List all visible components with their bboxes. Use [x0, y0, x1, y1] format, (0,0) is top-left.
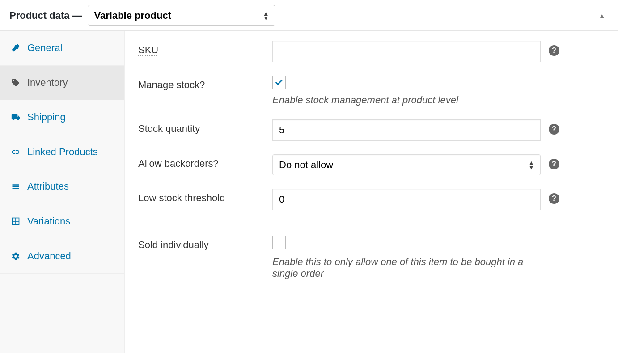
panel-header-left: Product data — Variable product ▲▼ — [9, 5, 289, 26]
tab-content: SKU ? Manage stock? Enable stock managem… — [125, 31, 618, 353]
field-sold-individually: Sold individually Enable this to only al… — [138, 236, 604, 279]
product-type-select[interactable]: Variable product — [88, 5, 275, 26]
product-type-select-wrap: Variable product ▲▼ — [88, 5, 275, 26]
manage-stock-label: Manage stock? — [138, 76, 272, 91]
field-stock-quantity: Stock quantity ? — [138, 119, 604, 141]
tab-variations[interactable]: Variations — [0, 204, 124, 239]
grid-icon — [10, 216, 21, 227]
tab-general[interactable]: General — [0, 31, 124, 66]
manage-stock-description: Enable stock management at product level — [272, 94, 541, 106]
collapse-icon[interactable]: ▲ — [599, 12, 609, 19]
low-stock-threshold-label: Low stock threshold — [138, 189, 272, 204]
gear-icon — [10, 251, 21, 262]
truck-icon — [10, 112, 21, 123]
field-manage-stock: Manage stock? Enable stock management at… — [138, 76, 604, 106]
sku-label: SKU — [138, 41, 272, 56]
help-icon[interactable]: ? — [549, 124, 559, 135]
panel-body: General Inventory Shipping Linked Produc… — [0, 31, 618, 353]
manage-stock-checkbox[interactable] — [272, 76, 286, 89]
sku-input[interactable] — [272, 41, 541, 62]
sold-individually-description: Enable this to only allow one of this it… — [272, 256, 541, 279]
help-icon[interactable]: ? — [549, 45, 559, 56]
tab-label: Variations — [27, 215, 70, 228]
allow-backorders-select[interactable]: Do not allow — [272, 154, 541, 175]
wrench-icon — [10, 42, 21, 53]
panel-header: Product data — Variable product ▲▼ ▲ — [0, 0, 618, 31]
panel-title: Product data — — [9, 10, 82, 21]
link-icon — [10, 147, 21, 157]
tab-linked-products[interactable]: Linked Products — [0, 135, 124, 170]
field-allow-backorders: Allow backorders? Do not allow ▲▼ ? — [138, 154, 604, 175]
allow-backorders-label: Allow backorders? — [138, 154, 272, 169]
tab-label: General — [27, 42, 62, 55]
tag-icon — [10, 77, 21, 88]
product-data-tabs: General Inventory Shipping Linked Produc… — [0, 31, 125, 353]
tab-advanced[interactable]: Advanced — [0, 239, 124, 274]
tab-label: Advanced — [27, 250, 71, 263]
low-stock-threshold-input[interactable] — [272, 189, 541, 210]
tab-label: Shipping — [27, 111, 66, 124]
inventory-fields: SKU ? Manage stock? Enable stock managem… — [125, 31, 618, 224]
tab-inventory[interactable]: Inventory — [0, 66, 124, 101]
help-icon[interactable]: ? — [549, 193, 559, 204]
tab-label: Attributes — [27, 180, 69, 193]
divider — [289, 8, 289, 23]
tab-shipping[interactable]: Shipping — [0, 100, 124, 135]
product-data-panel: Product data — Variable product ▲▼ ▲ Gen… — [0, 0, 618, 353]
sold-individually-section: Sold individually Enable this to only al… — [125, 224, 618, 291]
sold-individually-checkbox[interactable] — [272, 236, 286, 249]
stock-quantity-input[interactable] — [272, 119, 541, 141]
tab-label: Inventory — [27, 76, 68, 89]
list-icon — [10, 182, 21, 192]
stock-quantity-label: Stock quantity — [138, 119, 272, 135]
field-sku: SKU ? — [138, 41, 604, 62]
field-low-stock-threshold: Low stock threshold ? — [138, 189, 604, 210]
help-icon[interactable]: ? — [549, 159, 559, 169]
sold-individually-label: Sold individually — [138, 236, 272, 251]
tab-attributes[interactable]: Attributes — [0, 169, 124, 204]
tab-label: Linked Products — [27, 146, 98, 159]
